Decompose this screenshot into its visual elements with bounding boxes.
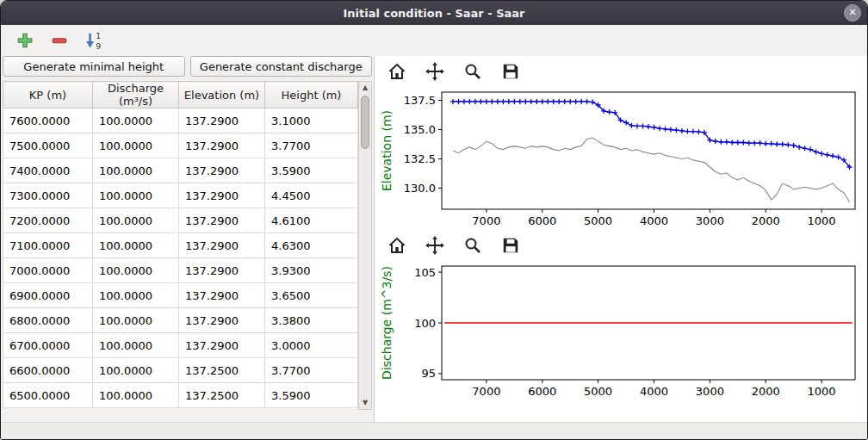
table-cell[interactable]: 100.0000 [93,333,179,358]
scroll-down-icon[interactable]: ▼ [359,397,371,409]
table-cell[interactable]: 6700.0000 [3,333,93,358]
table-cell[interactable]: 100.0000 [93,358,179,383]
table-cell[interactable]: 137.2900 [179,133,265,158]
table-row[interactable]: 7200.0000100.0000137.29004.6100 [3,208,358,233]
table-cell[interactable]: 6900.0000 [3,283,93,308]
table-cell[interactable]: 3.5900 [265,383,358,408]
table-cell[interactable]: 100.0000 [93,208,179,233]
table-cell[interactable]: 100.0000 [93,108,179,133]
app-toolbar: 1 9 [1,25,867,56]
discharge-chart[interactable]: 700060005000400030002000100095100105Disc… [378,259,865,402]
generate-buttons-row: Generate minimal height Generate constan… [3,56,372,77]
table-cell[interactable]: 3.3800 [265,308,358,333]
table-row[interactable]: 7000.0000100.0000137.29003.9300 [3,258,358,283]
table-cell[interactable]: 100.0000 [93,133,179,158]
table-cell[interactable]: 137.2900 [179,108,265,133]
table-cell[interactable]: 7400.0000 [3,158,93,183]
table-cell[interactable]: 7200.0000 [3,208,93,233]
table-cell[interactable]: 4.6300 [265,233,358,258]
svg-text:7000: 7000 [472,385,500,398]
svg-text:9: 9 [96,41,101,50]
table-cell[interactable]: 7300.0000 [3,183,93,208]
svg-text:2000: 2000 [752,214,780,227]
table-row[interactable]: 6500.0000100.0000137.25003.5900 [3,383,358,408]
statusbar [1,422,867,439]
sort-rows-button[interactable]: 1 9 [84,30,104,51]
table-row[interactable]: 7100.0000100.0000137.29004.6300 [3,233,358,258]
scroll-up-icon[interactable]: ▲ [359,82,371,94]
table-cell[interactable]: 3.1000 [265,108,358,133]
window-title: Initial condition - Saar - Saar [1,7,867,20]
home-button[interactable] [387,61,407,82]
generate-constant-discharge-button[interactable]: Generate constant discharge [190,56,373,77]
svg-text:Elevation (m): Elevation (m) [380,110,394,191]
remove-row-button[interactable] [49,30,70,51]
table-cell[interactable]: 137.2900 [179,308,265,333]
table-cell[interactable]: 137.2500 [179,358,265,383]
elevation-chart[interactable]: 7000600050004000300020001000130.0132.513… [378,85,865,232]
table-cell[interactable]: 100.0000 [93,258,179,283]
save-button[interactable] [500,235,521,256]
table-cell[interactable]: 100.0000 [93,233,179,258]
table-cell[interactable]: 137.2900 [179,283,265,308]
table-row[interactable]: 6900.0000100.0000137.29003.6500 [3,283,358,308]
zoom-button[interactable] [462,235,483,256]
table-row[interactable]: 7600.0000100.0000137.29003.1000 [3,108,358,133]
table-cell[interactable]: 6800.0000 [3,308,93,333]
svg-text:95: 95 [421,367,436,380]
table-cell[interactable]: 3.6500 [265,283,358,308]
svg-text:4000: 4000 [640,214,668,227]
table-cell[interactable]: 7500.0000 [3,133,93,158]
generate-minimal-height-button[interactable]: Generate minimal height [3,56,185,77]
zoom-button[interactable] [462,61,483,82]
plots-panel: 7000600050004000300020001000130.0132.513… [374,56,867,422]
pan-button[interactable] [425,61,445,82]
table-cell[interactable]: 100.0000 [93,183,179,208]
table-cell[interactable]: 4.4500 [265,183,358,208]
table-cell[interactable]: 7600.0000 [3,108,93,133]
scrollbar-track[interactable] [359,94,371,397]
table-cell[interactable]: 3.0000 [265,333,358,358]
table-cell[interactable]: 137.2900 [179,208,265,233]
table-cell[interactable]: 3.7700 [265,133,358,158]
table-cell[interactable]: 100.0000 [93,383,179,408]
table-cell[interactable]: 100.0000 [93,283,179,308]
table-cell[interactable]: 6500.0000 [3,383,93,408]
table-row[interactable]: 6800.0000100.0000137.29003.3800 [3,308,358,333]
svg-text:1000: 1000 [808,214,836,227]
table-cell[interactable]: 3.9300 [265,258,358,283]
app-window: Initial condition - Saar - Saar ✕ 1 9 [0,0,868,440]
close-icon[interactable]: ✕ [844,4,861,22]
minus-icon [51,32,68,49]
pan-icon [425,62,444,81]
table-cell[interactable]: 137.2900 [179,183,265,208]
table-cell[interactable]: 137.2900 [179,158,265,183]
table-cell[interactable]: 100.0000 [93,308,179,333]
scrollbar-thumb[interactable] [361,96,369,149]
table-row[interactable]: 7400.0000100.0000137.29003.5900 [3,158,358,183]
table-cell[interactable]: 7100.0000 [3,233,93,258]
table-row[interactable]: 7500.0000100.0000137.29003.7700 [3,133,358,158]
table-cell[interactable]: 3.7700 [265,358,358,383]
table-cell[interactable]: 4.6100 [265,208,358,233]
table-cell[interactable]: 6600.0000 [3,358,93,383]
pan-button[interactable] [425,235,445,256]
table-row[interactable]: 6600.0000100.0000137.25003.7700 [3,358,358,383]
titlebar[interactable]: Initial condition - Saar - Saar ✕ [1,1,867,25]
table-cell[interactable]: 100.0000 [93,158,179,183]
table-cell[interactable]: 137.2900 [179,233,265,258]
add-row-button[interactable] [15,30,35,51]
table-cell[interactable]: 137.2900 [179,258,265,283]
column-header: Elevation (m) [179,82,265,108]
table-cell[interactable]: 137.2500 [179,383,265,408]
table-row[interactable]: 7300.0000100.0000137.29004.4500 [3,183,358,208]
vertical-scrollbar[interactable]: ▲ ▼ [358,81,372,410]
table-cell[interactable]: 7000.0000 [3,258,93,283]
save-button[interactable] [500,61,521,82]
table-cell[interactable]: 3.5900 [265,158,358,183]
home-button[interactable] [387,235,407,256]
table-cell[interactable]: 137.2900 [179,333,265,358]
svg-text:3000: 3000 [696,214,724,227]
table-row[interactable]: 6700.0000100.0000137.29003.0000 [3,333,358,358]
svg-text:135.0: 135.0 [404,123,436,136]
